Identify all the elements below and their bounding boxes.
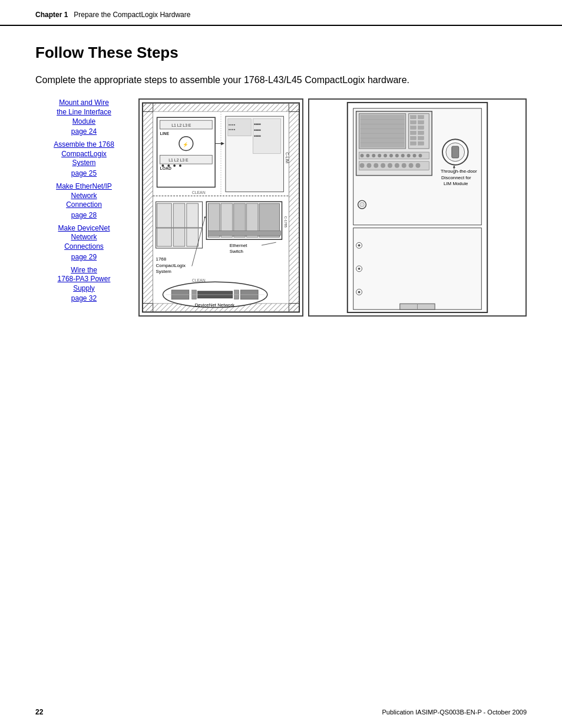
svg-rect-77 bbox=[418, 116, 424, 119]
svg-point-109 bbox=[416, 163, 421, 168]
section-heading: Follow These Steps bbox=[35, 44, 527, 62]
svg-rect-112 bbox=[452, 147, 459, 159]
svg-text:1768: 1768 bbox=[156, 256, 167, 262]
svg-text:■■■■: ■■■■ bbox=[254, 129, 261, 131]
nav-group-1: Mount and Wirethe Line InterfaceModule p… bbox=[35, 98, 133, 136]
svg-text:System: System bbox=[156, 269, 172, 275]
svg-text:LIM Module: LIM Module bbox=[444, 182, 468, 187]
svg-text:●●●●: ●●●● bbox=[229, 128, 236, 131]
svg-point-17 bbox=[161, 164, 164, 167]
intro-paragraph: Complete the appropriate steps to assemb… bbox=[35, 74, 527, 87]
svg-point-121 bbox=[358, 245, 361, 247]
svg-point-118 bbox=[360, 202, 365, 207]
page-header: Chapter 1 Prepare the CompactLogix Hardw… bbox=[0, 0, 562, 26]
svg-text:LINE: LINE bbox=[160, 131, 170, 136]
svg-text:L1 L2 L3 E: L1 L2 L3 E bbox=[171, 123, 191, 127]
svg-rect-4 bbox=[143, 103, 299, 112]
svg-rect-85 bbox=[418, 137, 424, 140]
svg-text:LOAD: LOAD bbox=[160, 166, 172, 170]
svg-point-93 bbox=[384, 154, 387, 157]
svg-rect-119 bbox=[353, 228, 482, 309]
svg-point-108 bbox=[409, 163, 414, 168]
main-content: Follow These Steps Complete the appropri… bbox=[0, 26, 562, 340]
link-mount-wire[interactable]: Mount and Wirethe Line InterfaceModule bbox=[35, 98, 133, 126]
svg-text:L1 L2 L3 E: L1 L2 L3 E bbox=[168, 159, 189, 163]
svg-rect-81 bbox=[418, 126, 424, 130]
svg-rect-46 bbox=[208, 231, 280, 236]
page-ref-5[interactable]: page 32 bbox=[35, 294, 133, 302]
svg-point-18 bbox=[167, 164, 170, 167]
svg-point-97 bbox=[407, 154, 411, 157]
svg-rect-78 bbox=[411, 121, 416, 124]
svg-point-102 bbox=[366, 163, 371, 168]
svg-point-19 bbox=[173, 164, 176, 167]
svg-text:CLEAN: CLEAN bbox=[192, 279, 206, 283]
svg-point-125 bbox=[358, 291, 361, 294]
svg-point-99 bbox=[418, 154, 422, 157]
diagram-container: L1 L2 L3 E LINE ⚡ L1 L2 L3 E LOAD Lin bbox=[138, 98, 527, 317]
svg-text:⚡: ⚡ bbox=[183, 141, 189, 147]
svg-text:Ethernet: Ethernet bbox=[230, 243, 248, 248]
publication-info: Publication IASIMP-QS003B-EN-P - October… bbox=[382, 709, 527, 716]
svg-point-94 bbox=[389, 154, 393, 157]
svg-text:CompactLogix: CompactLogix bbox=[156, 263, 186, 268]
page-footer: 22 Publication IASIMP-QS003B-EN-P - Octo… bbox=[35, 708, 527, 716]
svg-point-104 bbox=[381, 163, 385, 168]
panel-diagram-svg: Through-the-door Disconnect for LIM Modu… bbox=[309, 100, 525, 315]
system-diagram: L1 L2 L3 E LINE ⚡ L1 L2 L3 E LOAD Lin bbox=[138, 98, 303, 317]
svg-point-20 bbox=[179, 164, 181, 167]
page-ref-1[interactable]: page 24 bbox=[35, 127, 133, 136]
panel-diagram: Through-the-door Disconnect for LIM Modu… bbox=[308, 98, 527, 317]
svg-rect-68 bbox=[361, 115, 405, 147]
svg-point-90 bbox=[366, 154, 369, 157]
svg-rect-3 bbox=[289, 103, 299, 312]
svg-rect-83 bbox=[418, 131, 424, 135]
svg-point-89 bbox=[361, 154, 364, 157]
svg-point-103 bbox=[373, 163, 378, 168]
svg-text:■■■■: ■■■■ bbox=[254, 134, 261, 137]
svg-rect-84 bbox=[411, 137, 416, 140]
link-ethernet[interactable]: Make EtherNet/IPNetworkConnection bbox=[35, 182, 133, 210]
svg-point-91 bbox=[372, 154, 375, 157]
svg-point-107 bbox=[402, 163, 406, 168]
svg-point-105 bbox=[388, 163, 392, 168]
chapter-title: Prepare the CompactLogix Hardware bbox=[74, 11, 190, 19]
svg-point-95 bbox=[395, 154, 399, 157]
nav-group-3: Make EtherNet/IPNetworkConnection page 2… bbox=[35, 182, 133, 219]
figure-area: Mount and Wirethe Line InterfaceModule p… bbox=[35, 98, 527, 317]
chapter-label: Chapter 1 bbox=[35, 11, 68, 19]
page-ref-2[interactable]: page 25 bbox=[35, 169, 133, 177]
page-number: 22 bbox=[35, 708, 43, 716]
svg-rect-82 bbox=[411, 131, 416, 135]
svg-text:CLEAN: CLEAN bbox=[192, 191, 206, 195]
svg-rect-36 bbox=[157, 203, 172, 246]
svg-text:DeviceNet Network: DeviceNet Network bbox=[195, 302, 234, 308]
svg-point-106 bbox=[395, 163, 399, 168]
svg-point-123 bbox=[358, 268, 361, 270]
svg-text:Switch: Switch bbox=[230, 249, 243, 254]
nav-group-2: Assemble the 1768CompactLogixSystem page… bbox=[35, 140, 133, 177]
svg-point-96 bbox=[401, 154, 405, 157]
svg-text:Through-the-door: Through-the-door bbox=[441, 169, 477, 174]
svg-text:●●●●: ●●●● bbox=[229, 123, 236, 126]
svg-text:Disconnect for: Disconnect for bbox=[441, 175, 471, 180]
svg-rect-76 bbox=[411, 116, 416, 119]
system-diagram-svg: L1 L2 L3 E LINE ⚡ L1 L2 L3 E LOAD Lin bbox=[140, 100, 302, 315]
svg-rect-87 bbox=[418, 142, 424, 146]
svg-text:C-1785: C-1785 bbox=[284, 216, 287, 228]
svg-text:C-LIM: C-LIM bbox=[285, 153, 289, 164]
nav-group-4: Make DeviceNetNetworkConnections page 29 bbox=[35, 224, 133, 261]
svg-point-101 bbox=[360, 163, 365, 168]
page-ref-3[interactable]: page 28 bbox=[35, 211, 133, 219]
svg-rect-38 bbox=[187, 203, 199, 246]
link-wire-power[interactable]: Wire the1768-PA3 PowerSupply bbox=[35, 266, 133, 294]
svg-rect-2 bbox=[143, 103, 153, 312]
nav-links: Mount and Wirethe Line InterfaceModule p… bbox=[35, 98, 138, 307]
page-ref-4[interactable]: page 29 bbox=[35, 253, 133, 261]
svg-point-98 bbox=[413, 154, 416, 157]
svg-rect-80 bbox=[411, 126, 416, 130]
svg-rect-79 bbox=[418, 121, 424, 124]
link-assemble-1768[interactable]: Assemble the 1768CompactLogixSystem bbox=[35, 140, 133, 168]
svg-rect-86 bbox=[411, 142, 416, 146]
link-devicenet[interactable]: Make DeviceNetNetworkConnections bbox=[35, 224, 133, 252]
